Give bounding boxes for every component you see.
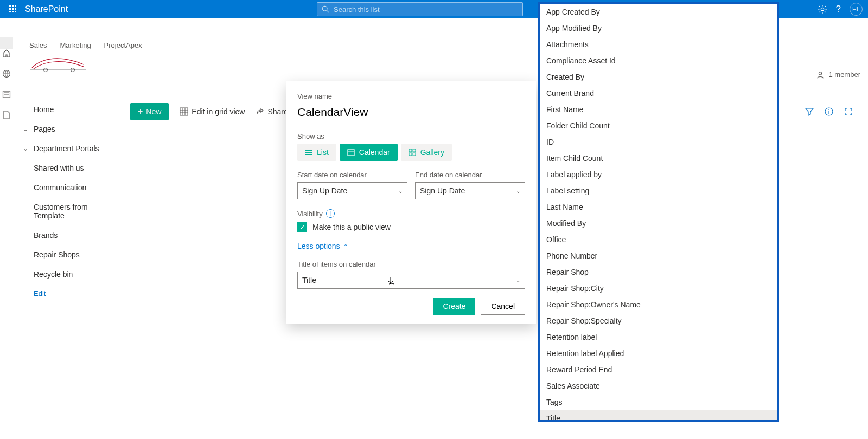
breadcrumb-item[interactable]: ProjectApex bbox=[104, 41, 142, 49]
start-date-select[interactable]: Sign Up Date⌄ bbox=[297, 182, 407, 199]
new-button[interactable]: +New bbox=[130, 103, 169, 120]
dropdown-option[interactable]: Label setting bbox=[540, 183, 777, 199]
edit-grid-button[interactable]: Edit in grid view bbox=[180, 107, 245, 116]
dropdown-option[interactable]: Last Name bbox=[540, 199, 777, 215]
chevron-down-icon: ⌄ bbox=[23, 145, 28, 152]
dropdown-option[interactable]: Tags bbox=[540, 394, 777, 410]
breadcrumb-item[interactable]: Marketing bbox=[60, 41, 91, 49]
nav-shared[interactable]: Shared with us bbox=[17, 158, 117, 178]
dropdown-option[interactable]: Created By bbox=[540, 69, 777, 85]
dropdown-option[interactable]: First Name bbox=[540, 101, 777, 118]
title-items-label: Title of items on calendar bbox=[297, 260, 525, 268]
nav-repair[interactable]: Repair Shops bbox=[17, 245, 117, 264]
dropdown-option[interactable]: Modified By bbox=[540, 215, 777, 231]
nav-edit[interactable]: Edit bbox=[17, 284, 117, 303]
svg-rect-4 bbox=[12, 8, 14, 10]
dropdown-option[interactable]: Repair Shop:Owner's Name bbox=[540, 296, 777, 313]
info-icon[interactable]: i bbox=[326, 209, 335, 218]
end-date-select[interactable]: Sign Up Date⌄ bbox=[415, 182, 525, 199]
create-view-dialog: View name Show as List Calendar Gallery … bbox=[286, 81, 536, 324]
news-icon[interactable] bbox=[2, 90, 11, 99]
dropdown-option[interactable]: Folder Child Count bbox=[540, 118, 777, 134]
svg-line-10 bbox=[327, 10, 329, 12]
svg-rect-0 bbox=[9, 5, 11, 7]
create-button[interactable]: Create bbox=[433, 298, 475, 315]
field-dropdown[interactable]: App Created ByApp Modified ByAttachments… bbox=[538, 2, 779, 422]
user-avatar[interactable]: HL bbox=[850, 3, 863, 16]
dropdown-option[interactable]: Item Child Count bbox=[540, 150, 777, 166]
view-name-input[interactable] bbox=[297, 104, 525, 122]
nav-communication[interactable]: Communication bbox=[17, 178, 117, 197]
chevron-down-icon: ⌄ bbox=[516, 188, 520, 194]
dropdown-option[interactable]: Office bbox=[540, 231, 777, 248]
site-logo[interactable] bbox=[29, 53, 88, 74]
nav-pages[interactable]: ⌄Pages bbox=[17, 119, 117, 139]
svg-rect-35 bbox=[413, 149, 416, 152]
svg-rect-32 bbox=[348, 150, 354, 156]
help-icon[interactable]: ? bbox=[836, 4, 841, 15]
breadcrumb-item[interactable]: Sales bbox=[29, 41, 47, 49]
svg-rect-34 bbox=[409, 149, 412, 152]
dropdown-option[interactable]: Phone Number bbox=[540, 248, 777, 264]
end-date-label: End date on calendar bbox=[415, 171, 525, 179]
home-icon[interactable] bbox=[2, 49, 11, 57]
dropdown-option[interactable]: App Created By bbox=[540, 4, 777, 20]
settings-icon[interactable] bbox=[818, 4, 827, 14]
dropdown-option[interactable]: Repair Shop:Specialty bbox=[540, 313, 777, 329]
left-nav: Home ⌄Pages ⌄Department Portals Shared w… bbox=[13, 100, 117, 303]
show-as-calendar[interactable]: Calendar bbox=[340, 144, 398, 161]
app-launcher-icon[interactable] bbox=[5, 2, 21, 17]
dropdown-option[interactable]: Repair Shop:City bbox=[540, 280, 777, 296]
dropdown-option[interactable]: Attachments bbox=[540, 36, 777, 53]
visibility-label: Visibility i bbox=[297, 209, 525, 218]
dropdown-option[interactable]: Title bbox=[540, 410, 777, 422]
nav-portals[interactable]: ⌄Department Portals bbox=[17, 139, 117, 158]
info-icon[interactable]: i bbox=[825, 107, 833, 116]
app-name: SharePoint bbox=[25, 4, 68, 14]
svg-rect-6 bbox=[9, 11, 11, 12]
app-rail bbox=[0, 37, 13, 49]
dropdown-option[interactable]: ID bbox=[540, 134, 777, 150]
search-box[interactable] bbox=[317, 2, 523, 16]
svg-rect-1 bbox=[12, 5, 14, 7]
dropdown-option[interactable]: Repair Shop bbox=[540, 264, 777, 280]
dropdown-option[interactable]: Retention label Applied bbox=[540, 345, 777, 361]
dropdown-option[interactable]: Label applied by bbox=[540, 166, 777, 183]
svg-text:i: i bbox=[828, 108, 829, 115]
files-icon[interactable] bbox=[2, 111, 11, 119]
filter-icon[interactable] bbox=[805, 107, 814, 116]
show-as-list[interactable]: List bbox=[297, 144, 336, 161]
show-as-label: Show as bbox=[297, 132, 525, 140]
svg-rect-8 bbox=[15, 11, 16, 12]
title-items-select[interactable]: Title ⌄ bbox=[297, 272, 525, 289]
chevron-down-icon: ⌄ bbox=[23, 125, 28, 133]
dropdown-option[interactable]: Sales Associate bbox=[540, 378, 777, 394]
svg-point-19 bbox=[819, 72, 822, 74]
svg-rect-7 bbox=[12, 11, 14, 12]
nav-brands[interactable]: Brands bbox=[17, 225, 117, 245]
nav-home[interactable]: Home bbox=[17, 100, 117, 119]
public-checkbox[interactable]: ✓ bbox=[297, 222, 307, 232]
dropdown-option[interactable]: Retention label bbox=[540, 329, 777, 345]
less-options-toggle[interactable]: Less options⌃ bbox=[297, 242, 525, 250]
dropdown-option[interactable]: Reward Period End bbox=[540, 361, 777, 378]
svg-rect-5 bbox=[15, 8, 16, 10]
show-as-gallery[interactable]: Gallery bbox=[401, 144, 452, 161]
public-label: Make this a public view bbox=[312, 223, 391, 231]
dropdown-option[interactable]: Compliance Asset Id bbox=[540, 53, 777, 69]
svg-rect-3 bbox=[9, 8, 11, 10]
cursor-icon bbox=[387, 276, 396, 286]
view-name-label: View name bbox=[297, 92, 525, 100]
dropdown-option[interactable]: App Modified By bbox=[540, 20, 777, 36]
share-button[interactable]: Share bbox=[256, 107, 288, 116]
expand-icon[interactable] bbox=[844, 107, 853, 116]
cancel-button[interactable]: Cancel bbox=[481, 298, 525, 315]
member-count[interactable]: 1 member bbox=[816, 70, 860, 79]
globe-icon[interactable] bbox=[2, 69, 11, 78]
nav-customers[interactable]: Customers from Template bbox=[17, 197, 117, 225]
dropdown-option[interactable]: Current Brand bbox=[540, 85, 777, 101]
nav-recycle[interactable]: Recycle bin bbox=[17, 264, 117, 284]
svg-rect-37 bbox=[413, 153, 416, 156]
start-date-label: Start date on calendar bbox=[297, 171, 407, 179]
search-input[interactable] bbox=[334, 5, 518, 14]
